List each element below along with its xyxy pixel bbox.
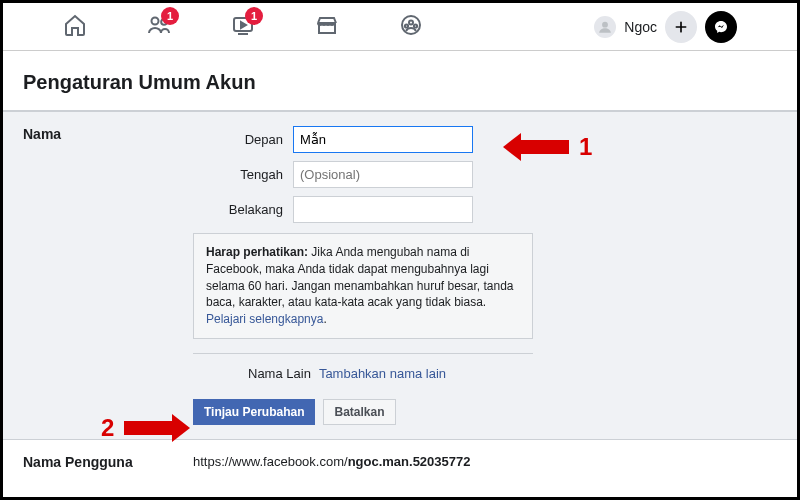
watch-icon[interactable]: 1 [231, 13, 255, 41]
svg-point-8 [602, 21, 608, 27]
divider [193, 353, 533, 354]
last-name-label: Belakang [193, 202, 293, 217]
name-form-buttons: Tinjau Perubahan Batalkan [193, 399, 777, 425]
first-name-line: Depan [193, 126, 777, 153]
add-other-name-link[interactable]: Tambahkan nama lain [319, 366, 446, 381]
username-url-bold: ngoc.man.52035772 [348, 454, 471, 469]
first-name-label: Depan [193, 132, 293, 147]
create-button[interactable] [665, 11, 697, 43]
page-title: Pengaturan Umum Akun [3, 51, 797, 111]
marketplace-icon[interactable] [315, 13, 339, 41]
learn-more-link[interactable]: Pelajari selengkapnya [206, 312, 323, 326]
name-row: Nama Depan Tengah Belakang Harap perhati… [3, 112, 797, 440]
other-names-line: Nama Lain Tambahkan nama lain [193, 366, 777, 381]
home-icon[interactable] [63, 13, 87, 41]
groups-icon[interactable] [399, 13, 423, 41]
other-names-label: Nama Lain [248, 366, 311, 381]
user-name-label[interactable]: Ngoc [624, 19, 657, 35]
username-value: https://www.facebook.com/ngoc.man.520357… [193, 454, 777, 470]
friends-badge: 1 [161, 7, 179, 25]
notice-strong: Harap perhatikan: [206, 245, 308, 259]
svg-point-0 [152, 17, 159, 24]
top-navigation: 1 1 Ngoc [3, 3, 797, 51]
avatar[interactable] [594, 16, 616, 38]
review-changes-button[interactable]: Tinjau Perubahan [193, 399, 315, 425]
name-change-notice: Harap perhatikan: Jika Anda mengubah nam… [193, 233, 533, 339]
svg-point-5 [409, 20, 413, 24]
middle-name-label: Tengah [193, 167, 293, 182]
nav-right: Ngoc [594, 11, 737, 43]
username-url-prefix: https://www.facebook.com/ [193, 454, 348, 469]
name-row-body: Depan Tengah Belakang Harap perhatikan: … [193, 126, 777, 425]
username-row: Nama Pengguna https://www.facebook.com/n… [3, 440, 797, 484]
friends-icon[interactable]: 1 [147, 13, 171, 41]
username-row-label: Nama Pengguna [23, 454, 193, 470]
svg-point-7 [414, 24, 417, 27]
nav-center-icons: 1 1 [63, 13, 594, 41]
messenger-button[interactable] [705, 11, 737, 43]
messenger-icon [713, 19, 729, 35]
cancel-button[interactable]: Batalkan [323, 399, 395, 425]
last-name-line: Belakang [193, 196, 777, 223]
svg-point-6 [405, 24, 408, 27]
middle-name-line: Tengah [193, 161, 777, 188]
last-name-input[interactable] [293, 196, 473, 223]
watch-badge: 1 [245, 7, 263, 25]
name-row-label: Nama [23, 126, 193, 425]
first-name-input[interactable] [293, 126, 473, 153]
settings-container: Nama Depan Tengah Belakang Harap perhati… [3, 111, 797, 484]
middle-name-input[interactable] [293, 161, 473, 188]
plus-icon [673, 19, 689, 35]
